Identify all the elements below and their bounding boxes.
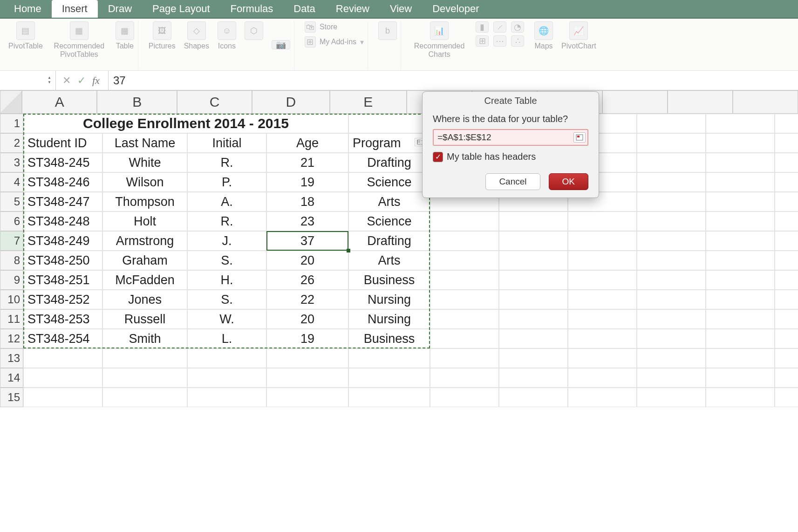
cell[interactable] [637, 153, 706, 172]
cell[interactable] [637, 388, 706, 407]
cell[interactable]: McFadden [102, 270, 187, 290]
recommended-pivottables-button[interactable]: ▦ Recommended PivotTables [51, 21, 107, 58]
pivottable-button[interactable]: ▤ PivotTable [8, 21, 43, 50]
cell[interactable] [568, 251, 637, 270]
cell[interactable] [23, 388, 102, 407]
tab-view[interactable]: View [380, 0, 422, 18]
cell[interactable] [499, 251, 568, 270]
cell[interactable]: 26 [266, 270, 348, 290]
cell[interactable]: Armstrong [102, 231, 187, 251]
cancel-button[interactable]: Cancel [485, 173, 540, 190]
cell[interactable] [706, 368, 775, 388]
col-header-d[interactable]: D [252, 90, 329, 114]
chart-type-icon[interactable]: ⊞ [476, 35, 489, 47]
cell[interactable]: ST348-252 [23, 290, 102, 309]
cell[interactable]: P. [187, 172, 266, 192]
cell[interactable] [499, 329, 568, 348]
row-header-3[interactable]: 3 [0, 153, 23, 172]
row-header-8[interactable]: 8 [0, 251, 23, 270]
cell[interactable] [775, 329, 798, 348]
cell[interactable]: W. [187, 309, 266, 329]
checkbox-checked-icon[interactable]: ✓ [433, 152, 443, 162]
cell[interactable] [706, 133, 775, 153]
cell[interactable]: 20 [266, 251, 348, 270]
cell[interactable]: S. [187, 251, 266, 270]
cell[interactable] [568, 270, 637, 290]
row-header-5[interactable]: 5 [0, 192, 23, 211]
tab-insert[interactable]: Insert [52, 0, 98, 18]
col-header[interactable] [668, 90, 733, 114]
cell[interactable] [775, 270, 798, 290]
table-button[interactable]: ▦ Table [116, 21, 134, 50]
row-header-9[interactable]: 9 [0, 270, 23, 290]
row-header-4[interactable]: 4 [0, 172, 23, 192]
cell[interactable] [430, 211, 499, 231]
tab-home[interactable]: Home [4, 0, 52, 18]
cell[interactable] [266, 368, 348, 388]
cell[interactable]: Jones [102, 290, 187, 309]
chart-type-icon[interactable]: ∴ [511, 35, 524, 47]
cell-header[interactable]: Student ID [23, 133, 102, 153]
cell[interactable] [706, 348, 775, 368]
cell[interactable] [706, 172, 775, 192]
cell[interactable]: ST348-248 [23, 211, 102, 231]
confirm-formula-icon[interactable]: ✓ [77, 75, 86, 87]
tab-data[interactable]: Data [283, 0, 325, 18]
cell[interactable]: ST348-247 [23, 192, 102, 211]
cell[interactable] [637, 329, 706, 348]
cell[interactable] [499, 309, 568, 329]
name-box-up-icon[interactable]: ▲ [46, 76, 53, 81]
cell[interactable]: ST348-245 [23, 153, 102, 172]
cell[interactable]: ST348-249 [23, 231, 102, 251]
col-header[interactable] [602, 90, 668, 114]
cell[interactable] [775, 388, 798, 407]
cell[interactable]: ST348-253 [23, 309, 102, 329]
col-header-e[interactable]: E [330, 90, 407, 114]
row-header-6[interactable]: 6 [0, 211, 23, 231]
name-box[interactable]: ▲ ▼ [0, 71, 56, 90]
cell-header[interactable]: Age [266, 133, 348, 153]
cell[interactable] [23, 348, 102, 368]
cell[interactable]: Graham [102, 251, 187, 270]
cell[interactable]: R. [187, 211, 266, 231]
cell[interactable] [706, 309, 775, 329]
cell[interactable]: 19 [266, 172, 348, 192]
shapes-button[interactable]: ◇ Shapes [184, 21, 209, 50]
cell[interactable]: ST348-246 [23, 172, 102, 192]
range-input[interactable] [436, 131, 573, 143]
row-header-15[interactable]: 15 [0, 388, 23, 407]
cell[interactable] [187, 348, 266, 368]
cell[interactable]: Holt [102, 211, 187, 231]
cell[interactable] [102, 368, 187, 388]
row-header-11[interactable]: 11 [0, 309, 23, 329]
cell[interactable]: Science [348, 172, 430, 192]
cell[interactable] [775, 114, 798, 133]
cell[interactable]: Wilson [102, 172, 187, 192]
cell[interactable] [706, 114, 775, 133]
recommended-charts-button[interactable]: 📊 Recommended Charts [411, 21, 467, 58]
cell[interactable] [568, 309, 637, 329]
cell[interactable]: ST348-250 [23, 251, 102, 270]
name-box-down-icon[interactable]: ▼ [46, 81, 53, 85]
cell[interactable] [637, 133, 706, 153]
cell[interactable]: 37 [266, 231, 348, 251]
row-header-10[interactable]: 10 [0, 290, 23, 309]
cell[interactable] [706, 211, 775, 231]
pictures-button[interactable]: 🖼 Pictures [149, 21, 176, 50]
chart-type-icon[interactable]: ⟋ [493, 21, 506, 33]
3dmodels-button[interactable]: ⬡ [245, 21, 263, 40]
cell[interactable] [568, 231, 637, 251]
cell[interactable]: White [102, 153, 187, 172]
cell[interactable] [568, 290, 637, 309]
cell[interactable] [706, 231, 775, 251]
cell[interactable] [348, 348, 430, 368]
cell[interactable] [499, 211, 568, 231]
cell[interactable] [102, 388, 187, 407]
col-header[interactable] [733, 90, 798, 114]
cell[interactable] [430, 348, 499, 368]
row-header-12[interactable]: 12 [0, 329, 23, 348]
cell[interactable]: 19 [266, 329, 348, 348]
cell[interactable]: Drafting [348, 153, 430, 172]
fill-handle[interactable] [347, 249, 350, 252]
cell[interactable] [348, 368, 430, 388]
